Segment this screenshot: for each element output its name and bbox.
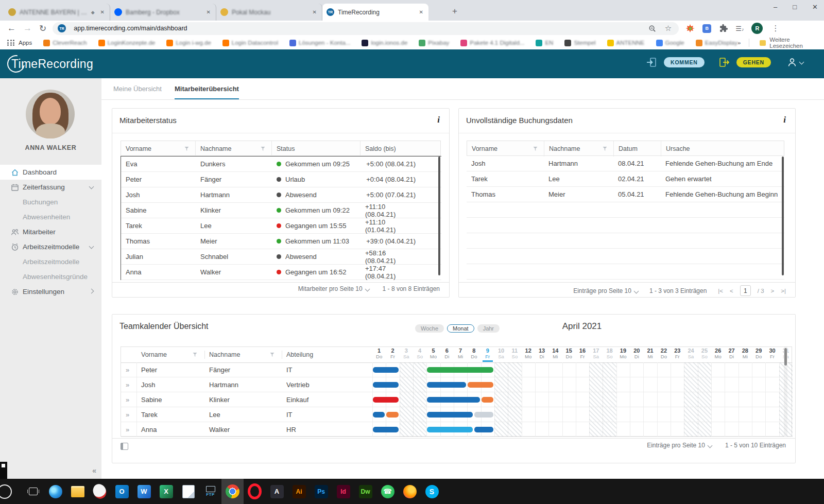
gantt-bar-blue[interactable] bbox=[474, 427, 493, 432]
table-row[interactable]: PeterFängerUrlaub+0:04 (08.04.21) bbox=[121, 172, 441, 187]
table-row[interactable]: EvaDunkersGekommen um 09:25+5:00 (08.04.… bbox=[121, 157, 441, 172]
bookmark-item[interactable]: Pakete 4.1 Digitald... bbox=[460, 40, 524, 46]
extensions-puzzle-icon[interactable] bbox=[719, 24, 728, 33]
taskbar-word-icon[interactable]: W bbox=[133, 479, 155, 504]
browser-tab[interactable]: ANTENNE BAYERN | Webra...◆✕ bbox=[4, 4, 110, 21]
bookmark-item[interactable]: ANTENNE bbox=[607, 40, 645, 46]
table-row[interactable]: JoshHartmann08.04.21Fehlende Gehen-Buchu… bbox=[467, 156, 784, 171]
day-header-9[interactable]: 9Fr bbox=[481, 347, 494, 360]
tab-mitarbeiterübersicht[interactable]: Mitarbeiterübersicht bbox=[175, 85, 239, 100]
expand-row-icon[interactable]: » bbox=[121, 377, 136, 392]
gantt-bar-blue[interactable] bbox=[427, 397, 479, 403]
bookmark-star-icon[interactable]: ☆ bbox=[665, 24, 672, 33]
day-header-3[interactable]: 3Sa bbox=[400, 347, 413, 360]
page-size-select[interactable]: Einträge pro Seite 10 bbox=[573, 287, 638, 294]
view-toggle-monat[interactable]: Monat bbox=[447, 324, 474, 333]
day-header-12[interactable]: 12Mo bbox=[522, 347, 535, 360]
more-bookmarks-label[interactable]: Weitere Lesezeichen bbox=[769, 37, 817, 49]
filter-funnel-icon[interactable] bbox=[193, 353, 197, 357]
day-header-6[interactable]: 6Di bbox=[440, 347, 454, 360]
info-icon[interactable]: i bbox=[783, 115, 786, 125]
day-header-16[interactable]: 16Fr bbox=[576, 347, 589, 360]
sidebar-item-dashboard[interactable]: Dashboard bbox=[0, 165, 101, 180]
extension-sistrix-icon[interactable] bbox=[686, 24, 695, 33]
day-header-4[interactable]: 4So bbox=[413, 347, 426, 360]
day-header-17[interactable]: 17Sa bbox=[589, 347, 603, 360]
gantt-bar-green[interactable] bbox=[427, 367, 493, 373]
taskbar-skype-icon[interactable]: S bbox=[421, 479, 443, 504]
minimize-button[interactable]: – bbox=[774, 3, 777, 11]
tab-close-icon[interactable]: ✕ bbox=[312, 8, 318, 16]
sidebar-item-einstellungen[interactable]: Einstellungen bbox=[0, 284, 101, 299]
gantt-bar-blue[interactable] bbox=[373, 412, 385, 418]
zoom-icon[interactable] bbox=[648, 25, 656, 32]
gantt-bar-gray[interactable] bbox=[474, 412, 493, 418]
table-scrollbar-thumb[interactable] bbox=[438, 157, 440, 275]
taskbar-acrobat-icon[interactable]: A bbox=[266, 479, 288, 504]
back-icon[interactable]: ← bbox=[7, 23, 16, 33]
sidebar-item-abwesenheitsgr-nde[interactable]: Abwesenheitsgründe bbox=[0, 269, 101, 284]
sidebar-item-zeiterfassung[interactable]: Zeiterfassung bbox=[0, 180, 101, 195]
sidebar-item-arbeitszeitmodelle[interactable]: Arbeitszeitmodelle bbox=[0, 254, 101, 269]
maximize-button[interactable]: □ bbox=[793, 3, 797, 11]
day-header-18[interactable]: 18So bbox=[603, 347, 616, 360]
gantt-bar-blue[interactable] bbox=[373, 382, 399, 388]
day-header-19[interactable]: 19Mo bbox=[616, 347, 630, 360]
taskbar-edge-icon[interactable] bbox=[44, 479, 66, 504]
taskbar-opera-icon[interactable] bbox=[244, 479, 266, 504]
taskbar-taskview-icon[interactable] bbox=[22, 479, 44, 504]
bookmark-item[interactable]: Stempel bbox=[564, 40, 595, 46]
day-header-30[interactable]: 30Fr bbox=[765, 347, 779, 360]
day-header-15[interactable]: 15Do bbox=[562, 347, 576, 360]
day-header-10[interactable]: 10Sa bbox=[494, 347, 508, 360]
table-row[interactable]: ThomasMeierGekommen um 11:03+39:0 (04.04… bbox=[121, 234, 441, 249]
table-row[interactable]: TarekLeeGegangen um 15:55+11:10 (01.04.2… bbox=[121, 218, 441, 234]
tab-close-icon[interactable]: ✕ bbox=[99, 8, 106, 16]
taskbar-indesign-icon[interactable]: Id bbox=[332, 479, 354, 504]
page-size-select[interactable]: Mitarbeiter pro Seite 10 bbox=[298, 285, 369, 292]
filter-funnel-icon[interactable] bbox=[533, 147, 538, 151]
next-page-button[interactable]: > bbox=[771, 288, 775, 294]
calendar-row[interactable]: »JoshHartmannVertrieb bbox=[121, 377, 792, 392]
browser-menu-icon[interactable]: ⋮ bbox=[771, 24, 779, 33]
tab-close-icon[interactable]: ✕ bbox=[205, 8, 212, 16]
calendar-row[interactable]: »SabineKlinkerEinkauf bbox=[121, 392, 792, 407]
bookmark-item[interactable]: login.ionos.de bbox=[362, 40, 407, 46]
expand-row-icon[interactable]: » bbox=[121, 362, 136, 377]
table-row[interactable]: SabineKlinkerGekommen um 09:22+11:10 (08… bbox=[121, 203, 441, 218]
address-bar[interactable]: TR app.timerecording.com/main/dashboard … bbox=[53, 22, 679, 35]
taskbar-whatsapp-icon[interactable]: ☎ bbox=[376, 479, 399, 504]
day-header-21[interactable]: 21Mi bbox=[643, 347, 657, 360]
taskbar-dreamweaver-icon[interactable]: Dw bbox=[354, 479, 376, 504]
calendar-row[interactable]: »PeterFängerIT bbox=[121, 362, 792, 377]
taskbar-photoshop-icon[interactable]: Ps bbox=[310, 479, 332, 504]
table-row[interactable]: AnnaWalkerGegangen um 16:52+17:47 (08.04… bbox=[121, 265, 441, 280]
taskbar-notes-icon[interactable] bbox=[177, 479, 199, 504]
close-button[interactable]: ✕ bbox=[812, 3, 818, 11]
gehen-button[interactable]: GEHEN bbox=[736, 57, 771, 67]
extension-blue-icon[interactable]: B bbox=[702, 24, 711, 33]
gantt-bar-blue[interactable] bbox=[373, 427, 399, 432]
reload-icon[interactable]: ↻ bbox=[39, 23, 46, 34]
taskbar-outlook-icon[interactable]: O bbox=[111, 479, 133, 504]
day-header-25[interactable]: 25So bbox=[698, 347, 711, 360]
expand-row-icon[interactable]: » bbox=[121, 422, 136, 437]
apps-grid-icon[interactable] bbox=[7, 40, 15, 46]
gantt-bar-cyan[interactable] bbox=[427, 427, 473, 432]
browser-tab[interactable]: Bamberg - Dropbox✕ bbox=[110, 4, 216, 21]
reading-list-icon[interactable]: ☰♪ bbox=[735, 25, 744, 32]
sidebar-collapse-button[interactable]: « bbox=[92, 466, 96, 475]
bookmark-item[interactable]: LoginKonzepte.de bbox=[98, 40, 156, 46]
day-header-28[interactable]: 28Mi bbox=[739, 347, 752, 360]
sidebar-item-mitarbeiter[interactable]: Mitarbeiter bbox=[0, 224, 101, 239]
taskbar-excel-icon[interactable]: X bbox=[155, 479, 177, 504]
bookmark-item[interactable]: CleverReach bbox=[43, 40, 87, 46]
filter-funnel-icon[interactable] bbox=[184, 147, 189, 151]
filter-funnel-icon[interactable] bbox=[603, 147, 607, 151]
tab-meine-übersicht[interactable]: Meine Übersicht bbox=[113, 85, 162, 100]
last-page-button[interactable]: >| bbox=[781, 288, 786, 294]
taskbar-explorer-icon[interactable] bbox=[66, 479, 89, 504]
gantt-bar-orange[interactable] bbox=[386, 412, 398, 418]
taskbar-chrome-icon[interactable] bbox=[221, 479, 244, 504]
bookmark-item[interactable]: Pixabay bbox=[419, 40, 449, 46]
